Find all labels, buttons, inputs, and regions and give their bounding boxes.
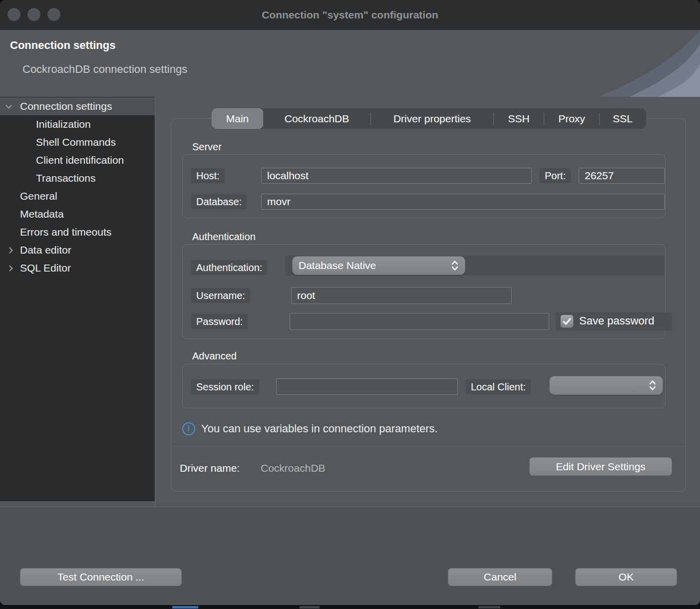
chevron-down-icon [5, 102, 12, 109]
tree-item-client-identification[interactable]: Client identification [0, 151, 155, 169]
desktop-fragment [300, 606, 320, 609]
tree-item-general[interactable]: General [0, 187, 155, 205]
tree-item-sql-editor[interactable]: SQL Editor [0, 259, 155, 277]
main-tab-panel [171, 118, 686, 492]
tree-item-initialization[interactable]: Initialization [0, 115, 155, 133]
tab-driver-properties[interactable]: Driver properties [371, 108, 493, 129]
chevron-right-icon [6, 265, 13, 272]
tree-item-connection-settings[interactable]: Connection settings [0, 97, 155, 115]
settings-tree: Connection settings Initialization Shell… [0, 97, 155, 501]
screen: Connection "system" configuration Connec… [0, 0, 700, 609]
tree-item-data-editor[interactable]: Data editor [0, 241, 155, 259]
desktop-fragment [478, 606, 500, 609]
tab-bar: Main CockroachDB Driver properties SSH P… [212, 108, 646, 129]
cancel-button[interactable]: Cancel [448, 568, 552, 586]
tab-cockroachdb[interactable]: CockroachDB [263, 108, 370, 129]
tab-ssl[interactable]: SSL [600, 108, 646, 129]
test-connection-button[interactable]: Test Connection ... [20, 568, 182, 586]
window-title: Connection "system" configuration [0, 0, 700, 30]
decorative-corner-art [570, 30, 700, 97]
tree-item-shell-commands[interactable]: Shell Commands [0, 133, 155, 151]
tab-main[interactable]: Main [212, 108, 263, 129]
ok-button[interactable]: OK [575, 568, 677, 586]
chevron-right-icon [6, 247, 13, 254]
tab-proxy[interactable]: Proxy [544, 108, 599, 129]
desktop-fragment [172, 606, 198, 609]
tree-item-errors-and-timeouts[interactable]: Errors and timeouts [0, 223, 155, 241]
tree-item-metadata[interactable]: Metadata [0, 205, 155, 223]
tree-item-transactions[interactable]: Transactions [0, 169, 155, 187]
connection-config-window: Connection "system" configuration Connec… [0, 0, 700, 605]
tab-ssh[interactable]: SSH [494, 108, 544, 129]
page-title: Connection settings [10, 39, 115, 52]
page-subtitle: CockroachDB connection settings [22, 63, 187, 76]
dialog-button-bar [0, 507, 700, 605]
desktop-strip [0, 605, 700, 609]
sidebar-divider [155, 97, 156, 507]
dialog-header: Connection settings CockroachDB connecti… [0, 30, 700, 97]
title-bar: Connection "system" configuration [0, 0, 700, 30]
